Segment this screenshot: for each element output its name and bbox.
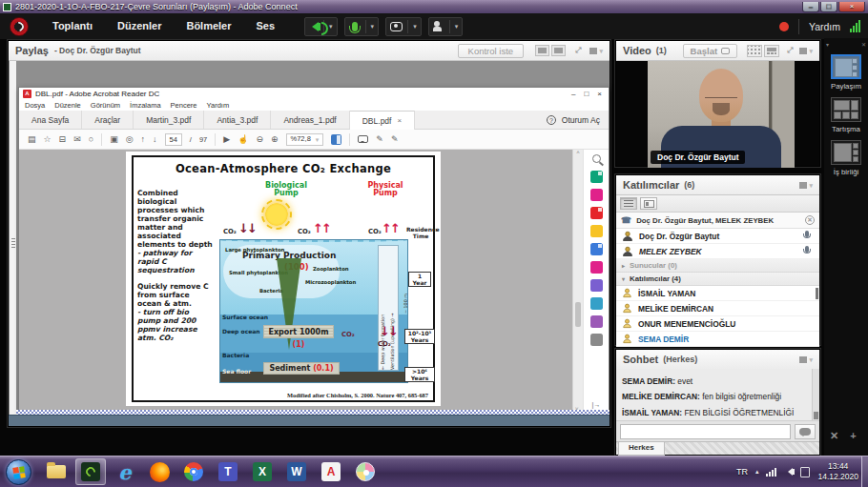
- network-icon[interactable]: [766, 468, 776, 477]
- sidebar-close-icon[interactable]: ✕: [861, 41, 866, 48]
- menu-yardim[interactable]: Yardım: [207, 101, 230, 110]
- menu-gorunum[interactable]: Görünüm: [91, 101, 120, 110]
- layout-view-icon[interactable]: [535, 45, 549, 56]
- taskbar-paint[interactable]: [350, 458, 381, 485]
- tab-martin[interactable]: Martin_3.pdf: [134, 111, 204, 129]
- start-button[interactable]: [6, 459, 31, 485]
- chat-options-icon[interactable]: [799, 356, 807, 363]
- menu-pencere[interactable]: Pencere: [171, 101, 197, 110]
- grid-view-icon[interactable]: [747, 45, 762, 57]
- help-menu[interactable]: Yardım: [809, 21, 840, 32]
- snapshot-icon[interactable]: ▣: [110, 135, 118, 144]
- request-control-button[interactable]: Kontrol iste: [458, 44, 525, 58]
- rail-comment-icon[interactable]: [590, 225, 603, 237]
- menu-duzenle[interactable]: Düzenle: [54, 101, 81, 110]
- attendee-row[interactable]: SEMA DEMİR: [616, 332, 819, 347]
- sign-icon[interactable]: ✎: [391, 135, 399, 144]
- page-view-icon[interactable]: [331, 134, 341, 145]
- zoom-out-icon[interactable]: ⊖: [256, 135, 263, 144]
- next-page-icon[interactable]: ↓: [153, 135, 157, 144]
- participants-options-icon[interactable]: [799, 182, 807, 189]
- taskbar-adobe-connect[interactable]: [75, 458, 106, 485]
- sidebar-options-icon[interactable]: ▾: [826, 41, 829, 48]
- taskbar-explorer[interactable]: [41, 458, 72, 485]
- layout-tartisma-label[interactable]: Tartışma: [824, 125, 868, 133]
- video-pod-options-icon[interactable]: [799, 48, 807, 54]
- host-row-1[interactable]: Doç Dr. Özgür Baytut: [616, 229, 819, 244]
- hand-tool-icon[interactable]: ☝: [238, 135, 248, 144]
- scrollbar-thumb[interactable]: [575, 302, 581, 327]
- rail-export-pdf-icon[interactable]: [590, 171, 603, 183]
- attendee-row[interactable]: ONUR MENEMENCİOĞLU: [616, 316, 819, 332]
- video-fullscreen-icon[interactable]: ⤢: [787, 46, 792, 55]
- rail-organize-pages-icon[interactable]: [590, 189, 603, 201]
- menu-bolmeler[interactable]: Bölmeler: [174, 13, 243, 39]
- layout-isbirligi-thumb[interactable]: [831, 140, 861, 165]
- add-layout-icon[interactable]: +: [850, 430, 856, 442]
- menu-duzenler[interactable]: Düzenler: [105, 13, 174, 39]
- taskbar-clock[interactable]: 13:44 14.12.2020: [817, 461, 858, 482]
- pencil-icon[interactable]: ✎: [376, 135, 383, 144]
- taskbar-teams[interactable]: T: [213, 458, 243, 485]
- group-attendees[interactable]: ▾ Katılımcılar (4): [616, 273, 819, 286]
- volume-icon[interactable]: [784, 468, 793, 476]
- scroll-up-icon[interactable]: ˄: [576, 150, 580, 155]
- taskbar-word[interactable]: W: [281, 458, 312, 485]
- participants-scrollbar[interactable]: [816, 288, 818, 299]
- taskbar-excel[interactable]: X: [247, 458, 278, 485]
- sign-in-button[interactable]: Oturum Aç: [562, 115, 600, 125]
- menu-dosya[interactable]: Dosya: [25, 101, 45, 110]
- tray-expand-icon[interactable]: ▴: [755, 468, 759, 476]
- attendee-row[interactable]: İSMAİL YAMAN: [616, 286, 819, 301]
- tab-ana-sayfa[interactable]: Ana Sayfa: [19, 111, 82, 129]
- rail-search-icon[interactable]: [592, 154, 601, 163]
- taskbar-acrobat[interactable]: A: [316, 458, 346, 485]
- save-icon[interactable]: ▤: [28, 135, 36, 144]
- menu-ses[interactable]: Ses: [244, 13, 288, 39]
- menu-imzalama[interactable]: İmzalama: [130, 101, 161, 110]
- minimize-button[interactable]: –: [802, 2, 819, 12]
- chat-scrollbar[interactable]: [812, 369, 819, 420]
- email-icon[interactable]: ✉: [73, 135, 81, 144]
- document-scrollbar[interactable]: ˄ ˅: [572, 150, 583, 412]
- delete-layout-icon[interactable]: ✕: [830, 430, 838, 442]
- rail-combine-files-icon[interactable]: [590, 243, 603, 255]
- layout-isbirligi-label[interactable]: İş birliği: [824, 168, 868, 176]
- drag-grip-icon[interactable]: [11, 238, 15, 248]
- tab-araclar[interactable]: Araçlar: [82, 111, 134, 129]
- reader-minimize-button[interactable]: –: [571, 90, 575, 98]
- page-number-input[interactable]: 54: [165, 133, 182, 146]
- tab-close-icon[interactable]: ×: [397, 116, 402, 125]
- tab-andreas[interactable]: Andreas_1.pdf: [271, 111, 349, 129]
- action-center-icon[interactable]: [800, 467, 810, 477]
- language-indicator[interactable]: TR: [736, 467, 748, 477]
- reader-close-button[interactable]: ×: [597, 90, 602, 98]
- layout-paylasim-thumb[interactable]: [831, 54, 861, 79]
- start-webcam-button[interactable]: Başlat: [683, 44, 738, 58]
- list-view-toggle[interactable]: [620, 197, 637, 210]
- fullscreen-icon[interactable]: ⤢: [575, 46, 580, 55]
- taskbar-internet-explorer[interactable]: e: [110, 458, 140, 485]
- find-icon[interactable]: ◎: [126, 135, 134, 144]
- reader-maximize-button[interactable]: □: [584, 90, 589, 98]
- tab-dbl[interactable]: DBL.pdf ×: [350, 111, 415, 130]
- star-favorites-icon[interactable]: ☆: [44, 135, 52, 144]
- dismiss-speakers-icon[interactable]: ✕: [805, 215, 815, 225]
- rail-protect-icon[interactable]: [590, 279, 603, 292]
- show-desktop-button[interactable]: [861, 457, 868, 487]
- rail-create-pdf-icon[interactable]: [590, 207, 603, 219]
- host-row-2[interactable]: MELEK ZEYBEK: [616, 244, 819, 259]
- search-icon[interactable]: ○: [89, 135, 93, 144]
- presenter-view-icon[interactable]: [551, 45, 566, 56]
- attendee-view-toggle[interactable]: [640, 197, 657, 210]
- microphone-button[interactable]: ▾: [344, 17, 380, 36]
- select-tool-icon[interactable]: ▶: [223, 135, 230, 144]
- zoom-level-select[interactable]: %72,8 ▾: [286, 133, 324, 146]
- rail-adobe-sign-icon[interactable]: [590, 315, 603, 328]
- speaker-button[interactable]: ▾: [304, 17, 338, 36]
- taskbar-chrome[interactable]: [178, 458, 209, 485]
- filmstrip-view-icon[interactable]: [764, 45, 779, 57]
- close-button[interactable]: ×: [838, 2, 865, 12]
- group-presenters[interactable]: ▸ Sunucular (0): [616, 259, 819, 273]
- tab-antia[interactable]: Antia_3.pdf: [204, 111, 271, 129]
